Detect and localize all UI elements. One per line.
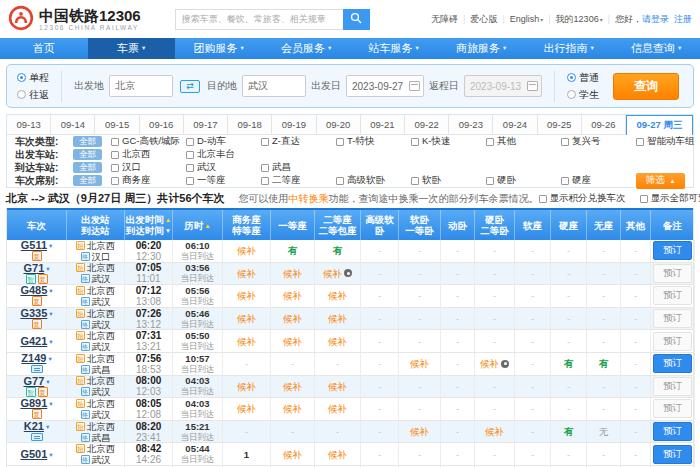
login-link[interactable]: 请登录 (642, 14, 669, 24)
book-button[interactable]: 预订 (653, 264, 692, 283)
chevron-down-icon[interactable]: ▾ (49, 398, 52, 409)
col-header-13[interactable]: 硬座 (551, 210, 587, 240)
trip-one-way-radio[interactable]: 单程 (17, 71, 49, 85)
chevron-down-icon[interactable]: ▾ (49, 240, 52, 251)
date-tab-09-19[interactable]: 09-19 (272, 115, 316, 135)
date-tab-09-22[interactable]: 09-22 (405, 115, 449, 135)
filter-option[interactable]: GC-高铁/城际 (111, 135, 182, 148)
book-button[interactable]: 预订 (653, 399, 692, 418)
filter-option[interactable]: D-动车 (186, 135, 257, 148)
nav-item-7[interactable]: 出行指南▾ (525, 38, 613, 59)
show-points-checkbox[interactable]: 显示积分兑换车次 (539, 192, 626, 205)
nav-item-5[interactable]: 站车服务▾ (350, 38, 438, 59)
sort-arrow-icon[interactable]: ▲ (204, 220, 210, 231)
book-button[interactable]: 预订 (653, 445, 692, 464)
filter-option[interactable]: 硬卧 (486, 174, 557, 187)
date-tab-09-25[interactable]: 09-25 (538, 115, 582, 135)
seat-status[interactable]: 候补 (328, 403, 347, 414)
date-tab-09-13[interactable]: 09-13 (7, 115, 51, 135)
chevron-down-icon[interactable]: ▾ (46, 421, 49, 432)
toplink-4[interactable]: 我的12306▾ (556, 13, 603, 26)
filter-all-button[interactable]: 全部 (73, 149, 102, 160)
col-header-15[interactable]: 其他 (621, 210, 651, 240)
train-number-link[interactable]: G77 (23, 376, 44, 387)
transfer-link[interactable]: 中转换乘 (289, 193, 329, 204)
show-bookable-checkbox[interactable]: 显示全部可预订车次 (640, 192, 700, 205)
swap-stations-button[interactable]: ⇄ (180, 80, 200, 93)
toplink-1[interactable]: 无障碍 (431, 13, 458, 26)
col-header-9[interactable]: 软卧一等卧 (399, 210, 441, 240)
seat-status[interactable]: 候补 (283, 381, 302, 392)
col-header-8[interactable]: 高级软卧 (361, 210, 399, 240)
train-number-link[interactable]: G511 (21, 240, 47, 251)
date-tab-active[interactable]: 09-27 周三 (626, 115, 693, 135)
filter-apply-button[interactable]: 筛选▲ (636, 173, 685, 189)
seat-status[interactable]: 候补 (237, 268, 256, 279)
col-header-6[interactable]: 一等座 (271, 210, 315, 240)
nav-item-3[interactable]: 团购服务▾ (175, 38, 263, 59)
filter-option[interactable]: K-快速 (411, 135, 482, 148)
filter-option[interactable]: 复兴号 (561, 135, 632, 148)
col-header-3[interactable]: 出发时间▲到达时间▼ (125, 210, 173, 240)
col-header-12[interactable]: 软座 (515, 210, 551, 240)
filter-option[interactable]: 其他 (486, 135, 557, 148)
book-button[interactable]: 预订 (653, 377, 692, 396)
nav-item-4[interactable]: 会员服务▾ (263, 38, 351, 59)
book-button[interactable]: 预订 (653, 309, 692, 328)
calendar-icon[interactable] (527, 81, 538, 91)
filter-option[interactable]: 北京丰台 (186, 148, 257, 161)
seat-status[interactable]: 候补 (283, 403, 302, 414)
train-number-link[interactable]: G501 (20, 449, 47, 460)
date-tab-09-24[interactable]: 09-24 (493, 115, 537, 135)
filter-option[interactable]: 二等座 (261, 174, 332, 187)
toplink-2[interactable]: 爱心版 (470, 13, 497, 26)
col-header-16[interactable]: 备注 (651, 210, 695, 240)
filter-option[interactable]: 汉口 (111, 161, 182, 174)
train-number-link[interactable]: G335 (20, 308, 47, 319)
toplink-3[interactable]: English▾ (510, 14, 544, 24)
filter-option[interactable]: 高级软卧 (336, 174, 407, 187)
col-header-7[interactable]: 二等座二等包座 (315, 210, 361, 240)
date-tab-09-14[interactable]: 09-14 (51, 115, 95, 135)
train-number-link[interactable]: G421 (20, 336, 47, 347)
chevron-down-icon[interactable]: ▾ (49, 285, 52, 296)
seat-status[interactable]: 候补 (323, 268, 342, 279)
seat-status[interactable]: 候补 (283, 290, 302, 301)
calendar-icon[interactable] (409, 81, 420, 91)
seat-status[interactable]: 候补 (283, 449, 302, 460)
sort-arrow-icon[interactable]: ▼ (165, 225, 171, 236)
filter-all-button[interactable]: 全部 (73, 175, 102, 186)
book-button[interactable]: 预订 (653, 354, 692, 373)
date-tab-09-26[interactable]: 09-26 (582, 115, 626, 135)
search-input[interactable] (175, 9, 343, 30)
seat-status[interactable]: 候补 (237, 336, 256, 347)
filter-option[interactable]: 一等座 (186, 174, 257, 187)
col-header-4[interactable]: 历时▲ (173, 210, 223, 240)
filter-option[interactable]: Z-直达 (261, 135, 332, 148)
filter-option[interactable]: T-特快 (336, 135, 407, 148)
date-tab-09-15[interactable]: 09-15 (95, 115, 139, 135)
seat-status[interactable]: 候补 (283, 336, 302, 347)
seat-status[interactable]: 候补 (237, 381, 256, 392)
trip-round-radio[interactable]: 往返 (17, 88, 49, 102)
seat-status[interactable]: 候补 (328, 290, 347, 301)
seat-status[interactable]: 候补 (237, 313, 256, 324)
col-header-1[interactable]: 车次 (7, 210, 67, 240)
nav-item-1[interactable]: 首页 (0, 38, 88, 59)
sort-arrow-icon[interactable]: ▲ (165, 214, 171, 225)
filter-option[interactable]: 智能动车组 (636, 135, 700, 148)
seat-status[interactable]: 候补 (237, 245, 256, 256)
date-tab-09-17[interactable]: 09-17 (184, 115, 228, 135)
seat-status[interactable]: 候补 (328, 449, 347, 460)
seat-status[interactable]: 候补 (328, 381, 347, 392)
col-header-10[interactable]: 动卧 (441, 210, 475, 240)
book-button[interactable]: 预订 (653, 332, 692, 351)
chevron-down-icon[interactable]: ▾ (46, 376, 49, 387)
to-input[interactable] (242, 75, 306, 97)
col-header-14[interactable]: 无座 (587, 210, 621, 240)
chevron-down-icon[interactable]: ▾ (46, 263, 49, 274)
train-number-link[interactable]: G891 (20, 398, 47, 409)
train-number-link[interactable]: G71 (23, 263, 44, 274)
book-button[interactable]: 预订 (653, 422, 692, 441)
seat-status[interactable]: 候补 (328, 336, 347, 347)
